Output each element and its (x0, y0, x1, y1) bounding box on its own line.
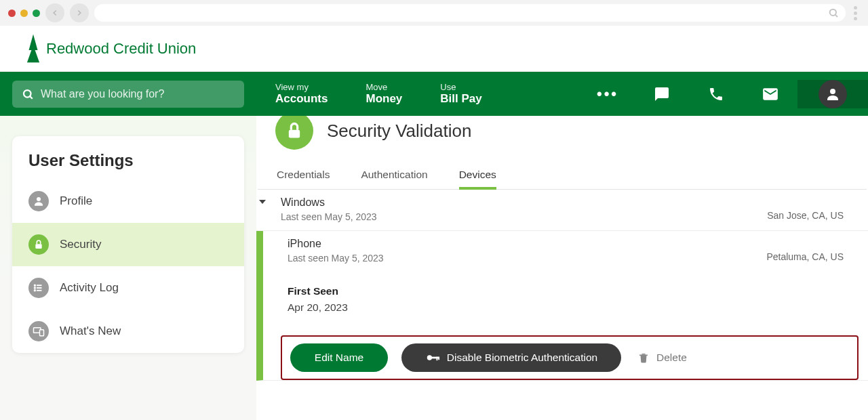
svg-point-17 (427, 355, 432, 360)
device-name: iPhone (288, 238, 766, 250)
lock-badge-icon (275, 116, 313, 150)
device-actions-highlight: Edit Name Disable Biometric Authenticati… (281, 335, 859, 380)
chat-icon[interactable] (635, 86, 689, 102)
sidebar-item-label: Security (60, 238, 101, 251)
search-icon (828, 7, 839, 18)
main-panel: Security Validation Credentials Authenti… (256, 116, 868, 420)
mail-icon[interactable] (743, 85, 797, 103)
delete-device-button[interactable]: Delete (637, 352, 687, 364)
lock-icon (28, 234, 49, 255)
browser-chrome (0, 0, 868, 26)
address-bar[interactable] (94, 4, 846, 22)
svg-rect-20 (438, 357, 439, 360)
window-controls (8, 9, 40, 17)
svg-rect-21 (639, 355, 648, 356)
sidebar-item-label: Profile (60, 194, 92, 208)
svg-point-13 (35, 290, 36, 291)
sidebar-item-whats-new[interactable]: What's New (12, 310, 244, 353)
svg-point-11 (35, 285, 36, 287)
sidebar-item-profile[interactable]: Profile (12, 180, 244, 223)
nav-move-money[interactable]: Move Money (347, 82, 421, 106)
svg-point-3 (24, 90, 31, 98)
search-icon (22, 88, 34, 100)
site-search-input[interactable]: What are you looking for? (12, 81, 244, 108)
svg-marker-2 (27, 34, 39, 62)
svg-rect-15 (40, 330, 44, 336)
first-seen-value: Apr 20, 2023 (288, 301, 844, 314)
user-settings-card: User Settings Profile Security Activity … (12, 136, 244, 353)
close-window-icon[interactable] (8, 9, 16, 17)
svg-line-4 (30, 96, 33, 99)
nav-accounts[interactable]: View my Accounts (256, 82, 347, 106)
svg-rect-19 (436, 357, 437, 361)
device-name: Windows (281, 196, 767, 209)
back-button[interactable] (45, 3, 64, 22)
avatar-icon (818, 80, 847, 108)
tab-authentication[interactable]: Authentication (361, 169, 427, 189)
trash-icon (637, 352, 650, 364)
edit-name-button[interactable]: Edit Name (290, 343, 388, 372)
svg-point-0 (830, 9, 836, 16)
disable-biometric-button[interactable]: Disable Biometric Authentication (401, 343, 621, 372)
sidebar-item-security[interactable]: Security (12, 223, 244, 266)
brand-header: Redwood Credit Union (0, 26, 868, 72)
search-placeholder: What are you looking for? (41, 88, 164, 100)
minimize-window-icon[interactable] (20, 9, 28, 17)
key-icon (425, 350, 440, 365)
top-nav: What are you looking for? View my Accoun… (0, 72, 868, 116)
security-tabs: Credentials Authentication Devices (258, 156, 867, 190)
nav-bill-pay[interactable]: Use Bill Pay (421, 82, 500, 106)
svg-rect-18 (431, 357, 439, 359)
svg-point-12 (35, 287, 36, 289)
page-title: Security Validation (327, 121, 471, 142)
devices-icon (28, 321, 49, 341)
list-icon (28, 278, 49, 298)
profile-menu[interactable] (797, 80, 868, 108)
more-menu-icon[interactable]: ••• (580, 85, 635, 103)
tab-devices[interactable]: Devices (459, 169, 496, 189)
profile-icon (28, 191, 49, 211)
device-last-seen: Last seen May 5, 2023 (281, 211, 767, 222)
tab-credentials[interactable]: Credentials (277, 169, 330, 189)
svg-point-5 (830, 89, 835, 94)
phone-icon[interactable] (689, 86, 743, 102)
svg-line-1 (835, 15, 837, 17)
device-last-seen: Last seen May 5, 2023 (288, 253, 766, 264)
device-row[interactable]: Windows Last seen May 5, 2023 San Jose, … (256, 190, 868, 231)
sidebar-item-label: What's New (60, 324, 121, 338)
device-row-expanded[interactable]: iPhone Last seen May 5, 2023 Petaluma, C… (256, 231, 868, 381)
browser-menu-icon[interactable] (851, 6, 860, 20)
chevron-up-icon[interactable] (263, 249, 270, 253)
first-seen-label: First Seen (288, 285, 844, 297)
forward-button[interactable] (70, 3, 89, 22)
device-location: San Jose, CA, US (767, 196, 844, 221)
maximize-window-icon[interactable] (33, 9, 40, 17)
chevron-down-icon[interactable] (259, 196, 266, 206)
device-location: Petaluma, CA, US (766, 238, 844, 262)
brand-name: Redwood Credit Union (46, 40, 196, 58)
sidebar-item-activity-log[interactable]: Activity Log (12, 266, 244, 310)
svg-rect-7 (35, 244, 41, 249)
svg-point-6 (37, 197, 41, 201)
sidebar-item-label: Activity Log (60, 281, 119, 295)
sidebar-title: User Settings (12, 136, 244, 180)
logo-icon (24, 33, 42, 64)
svg-rect-16 (289, 130, 300, 138)
